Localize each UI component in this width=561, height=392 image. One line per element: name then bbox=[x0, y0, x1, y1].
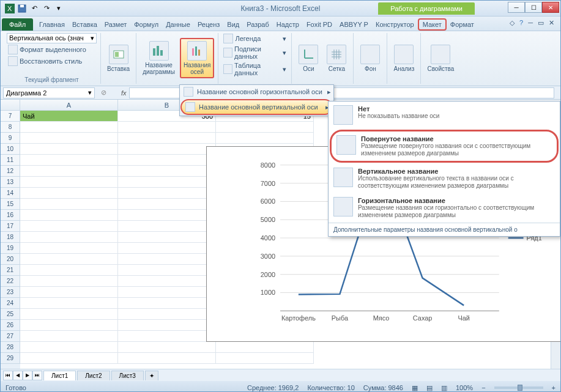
row-26[interactable]: 26 bbox=[1, 320, 20, 331]
cell-empty[interactable] bbox=[118, 166, 216, 177]
select-all-corner[interactable] bbox=[1, 100, 20, 110]
axis-titles-button[interactable]: Названия осей bbox=[180, 38, 215, 78]
cell-empty[interactable] bbox=[20, 331, 118, 342]
minimize-button[interactable]: ─ bbox=[508, 2, 525, 13]
cell-empty[interactable] bbox=[20, 133, 118, 144]
row-19[interactable]: 19 bbox=[1, 243, 20, 254]
sheet-nav-prev[interactable]: ◀ bbox=[13, 371, 23, 380]
row-23[interactable]: 23 bbox=[1, 287, 20, 298]
gridlines-button[interactable]: Сетка bbox=[324, 43, 349, 74]
view-normal-icon[interactable]: ▦ bbox=[412, 384, 418, 392]
sheet-nav-next[interactable]: ▶ bbox=[23, 371, 32, 380]
cell-empty[interactable] bbox=[20, 188, 118, 199]
tab-layout[interactable]: Размет bbox=[101, 18, 130, 31]
primary-vertical-axis-title[interactable]: Название основной вертикальной оси▸ bbox=[180, 99, 333, 115]
cell-empty[interactable] bbox=[118, 331, 216, 342]
option-vertical-title[interactable]: Вертикальное названиеИспользование верти… bbox=[329, 164, 560, 193]
row-29[interactable]: 29 bbox=[1, 353, 20, 364]
row-12[interactable]: 12 bbox=[1, 166, 20, 177]
cell-empty[interactable] bbox=[118, 133, 216, 144]
row-22[interactable]: 22 bbox=[1, 276, 20, 287]
cell-empty[interactable] bbox=[20, 177, 118, 188]
cell-empty[interactable] bbox=[216, 122, 314, 133]
col-a[interactable]: A bbox=[20, 100, 118, 110]
chart-title-button[interactable]: Название диаграммы bbox=[140, 39, 177, 77]
tab-insert[interactable]: Вставка bbox=[69, 18, 101, 31]
row-7[interactable]: 7 bbox=[1, 111, 20, 122]
qat-more-icon[interactable]: ▾ bbox=[53, 3, 64, 14]
cell-empty[interactable] bbox=[118, 144, 216, 155]
cell-empty[interactable] bbox=[118, 353, 216, 364]
close-button[interactable]: ✕ bbox=[542, 2, 559, 13]
cell-empty[interactable] bbox=[20, 243, 118, 254]
row-24[interactable]: 24 bbox=[1, 298, 20, 309]
zoom-out-button[interactable]: − bbox=[481, 384, 485, 391]
sheet-tab-3[interactable]: Лист3 bbox=[111, 371, 144, 380]
primary-horizontal-axis-title[interactable]: Название основной горизонтальной оси▸ bbox=[180, 85, 333, 98]
zoom-level[interactable]: 100% bbox=[456, 384, 473, 391]
tab-format[interactable]: Формат bbox=[447, 18, 478, 31]
cell-empty[interactable] bbox=[20, 342, 118, 353]
tab-foxit[interactable]: Foxit PD bbox=[303, 18, 336, 31]
cell-empty[interactable] bbox=[20, 298, 118, 309]
cell-empty[interactable] bbox=[118, 210, 216, 221]
cell-empty[interactable] bbox=[20, 166, 118, 177]
cell-empty[interactable] bbox=[216, 342, 314, 353]
cell-empty[interactable] bbox=[20, 287, 118, 298]
row-18[interactable]: 18 bbox=[1, 232, 20, 243]
fx-icon[interactable]: fx bbox=[121, 89, 127, 97]
doc-close-icon[interactable]: ✕ bbox=[549, 19, 554, 27]
plot-area-button[interactable]: Фон bbox=[357, 43, 383, 74]
cell-empty[interactable] bbox=[118, 298, 216, 309]
cell-empty[interactable] bbox=[20, 155, 118, 166]
row-20[interactable]: 20 bbox=[1, 254, 20, 265]
cell-empty[interactable] bbox=[118, 265, 216, 276]
cell-empty[interactable] bbox=[216, 133, 314, 144]
row-21[interactable]: 21 bbox=[1, 265, 20, 276]
option-horizontal-title[interactable]: Горизонтальное названиеРазмещение назван… bbox=[329, 193, 560, 223]
cell-a7[interactable]: Чай bbox=[20, 111, 118, 122]
new-sheet-button[interactable]: ✦ bbox=[145, 371, 158, 380]
analysis-button[interactable]: Анализ bbox=[391, 43, 417, 74]
cell-empty[interactable] bbox=[118, 188, 216, 199]
view-page-layout-icon[interactable]: ▤ bbox=[426, 384, 433, 392]
row-16[interactable]: 16 bbox=[1, 210, 20, 221]
row-13[interactable]: 13 bbox=[1, 177, 20, 188]
zoom-slider[interactable] bbox=[494, 386, 543, 389]
cell-empty[interactable] bbox=[20, 122, 118, 133]
tab-addins[interactable]: Надстр bbox=[273, 18, 303, 31]
cell-empty[interactable] bbox=[20, 254, 118, 265]
cell-empty[interactable] bbox=[20, 199, 118, 210]
cell-empty[interactable] bbox=[20, 276, 118, 287]
cell-empty[interactable] bbox=[118, 122, 216, 133]
properties-button[interactable]: Свойства bbox=[425, 43, 456, 74]
cell-empty[interactable] bbox=[20, 210, 118, 221]
cell-empty[interactable] bbox=[118, 232, 216, 243]
tab-file[interactable]: Файл bbox=[2, 18, 33, 31]
zoom-in-button[interactable]: + bbox=[552, 384, 555, 391]
legend-button[interactable]: Легенда▾ bbox=[222, 33, 288, 44]
row-27[interactable]: 27 bbox=[1, 331, 20, 342]
insert-button[interactable]: Вставка bbox=[105, 43, 132, 74]
cell-empty[interactable] bbox=[118, 287, 216, 298]
maximize-button[interactable]: ☐ bbox=[525, 2, 542, 13]
tab-view[interactable]: Вид bbox=[223, 18, 243, 31]
cell-empty[interactable] bbox=[118, 199, 216, 210]
cell-empty[interactable] bbox=[118, 254, 216, 265]
doc-restore-icon[interactable]: ▭ bbox=[538, 19, 544, 27]
axes-button[interactable]: Оси bbox=[295, 43, 321, 74]
row-10[interactable]: 10 bbox=[1, 144, 20, 155]
cancel-formula-icon[interactable]: ⊘ bbox=[101, 89, 106, 97]
row-8[interactable]: 8 bbox=[1, 122, 20, 133]
cell-empty[interactable] bbox=[216, 353, 314, 364]
option-none[interactable]: НетНе показывать название оси bbox=[329, 102, 560, 128]
view-page-break-icon[interactable]: ▥ bbox=[441, 384, 447, 392]
row-15[interactable]: 15 bbox=[1, 199, 20, 210]
name-box[interactable]: Диаграмма 2▾ bbox=[3, 87, 95, 98]
row-28[interactable]: 28 bbox=[1, 342, 20, 353]
sheet-tab-2[interactable]: Лист2 bbox=[77, 371, 110, 380]
cell-empty[interactable] bbox=[20, 144, 118, 155]
data-labels-button[interactable]: Подписи данных▾ bbox=[222, 45, 288, 61]
row-14[interactable]: 14 bbox=[1, 188, 20, 199]
cell-empty[interactable] bbox=[118, 276, 216, 287]
